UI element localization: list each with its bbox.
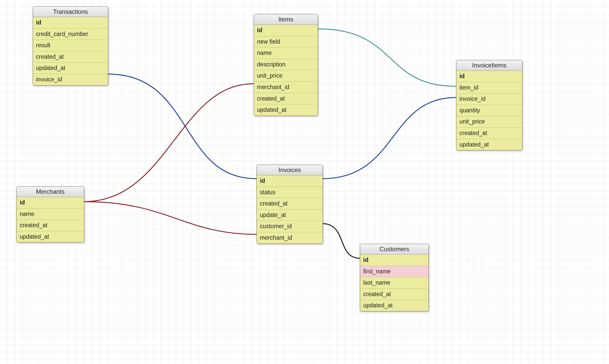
field-items-new_field[interactable]: new field [254,36,318,47]
field-items-merchant_id[interactable]: merchant_id [254,81,318,93]
field-items-description[interactable]: description [254,59,318,70]
entity-items[interactable]: Itemsidnew fieldnamedescriptionunit_pric… [254,14,318,116]
field-customers-first_name[interactable]: first_name [360,266,429,277]
field-invoices-merchant_id[interactable]: merchant_id [257,232,323,244]
field-merchants-updated_at[interactable]: updated_at [17,231,84,242]
field-invoiceitems-invoice_id[interactable]: invoice_id [456,93,522,105]
entity-transactions[interactable]: Transactionsidcredit_card_numberresultcr… [33,6,108,86]
field-customers-updated_at[interactable]: updated_at [360,300,429,311]
field-transactions-invoice_id[interactable]: invoice_id [33,74,108,85]
field-transactions-id[interactable]: id [33,17,108,28]
field-items-created_at[interactable]: created_at [254,93,318,104]
field-customers-last_name[interactable]: last_name [360,277,429,288]
field-invoiceitems-item_id[interactable]: item_id [456,82,522,93]
field-customers-id[interactable]: id [360,254,429,266]
field-invoiceitems-id[interactable]: id [456,71,522,82]
field-customers-created_at[interactable]: created_at [360,288,429,300]
entity-header-customers[interactable]: Customers [360,244,429,254]
entity-header-items[interactable]: Items [254,14,318,25]
field-invoiceitems-unit_price[interactable]: unit_price [456,116,522,127]
field-invoiceitems-created_at[interactable]: created_at [456,127,522,139]
connector-items-id-to-invoiceitems-item_id [318,29,456,86]
field-invoices-customer_id[interactable]: customer_id [257,221,323,232]
field-merchants-created_at[interactable]: created_at [17,220,84,231]
field-transactions-result[interactable]: result [33,40,108,51]
field-merchants-id[interactable]: id [17,197,84,208]
field-transactions-credit_card_number[interactable]: credit_card_number [33,28,108,40]
connector-transactions-invoice_id-to-invoices-id [108,74,257,179]
field-merchants-name[interactable]: name [17,208,84,220]
connector-merchants-id-to-items-merchant_id [84,84,254,202]
field-invoiceitems-updated_at[interactable]: updated_at [456,139,522,150]
field-transactions-updated_at[interactable]: updated_at [33,62,108,74]
entity-header-transactions[interactable]: Transactions [33,7,108,17]
connector-merchants-id-to-invoices-merchant_id [84,202,257,234]
entity-invoices[interactable]: Invoicesidstatuscreated_atupdate_atcusto… [257,165,323,244]
field-transactions-created_at[interactable]: created_at [33,51,108,63]
field-items-updated_at[interactable]: updated_at [254,104,318,116]
entity-invoiceitems[interactable]: InvoiceItemsiditem_idinvoice_idquantityu… [456,60,522,150]
entity-header-invoiceitems[interactable]: InvoiceItems [456,60,522,71]
connector-invoices-id-to-invoiceitems-invoice_id [322,98,456,179]
entity-header-invoices[interactable]: Invoices [257,165,323,175]
field-invoices-update_at[interactable]: update_at [257,209,323,221]
diagram-canvas[interactable]: Transactionsidcredit_card_numberresultcr… [0,0,609,364]
field-items-id[interactable]: id [254,25,318,36]
connector-invoices-customer_id-to-customers-id [322,224,360,258]
field-items-name[interactable]: name [254,47,318,59]
entity-merchants[interactable]: Merchantsidnamecreated_atupdated_at [16,186,84,242]
field-invoices-id[interactable]: id [257,175,323,187]
entity-header-merchants[interactable]: Merchants [17,187,84,197]
field-invoices-created_at[interactable]: created_at [257,198,323,209]
field-items-unit_price[interactable]: unit_price [254,70,318,81]
entity-customers[interactable]: Customersidfirst_namelast_namecreated_at… [360,244,429,311]
field-invoiceitems-quantity[interactable]: quantity [456,105,522,116]
field-invoices-status[interactable]: status [257,187,323,198]
